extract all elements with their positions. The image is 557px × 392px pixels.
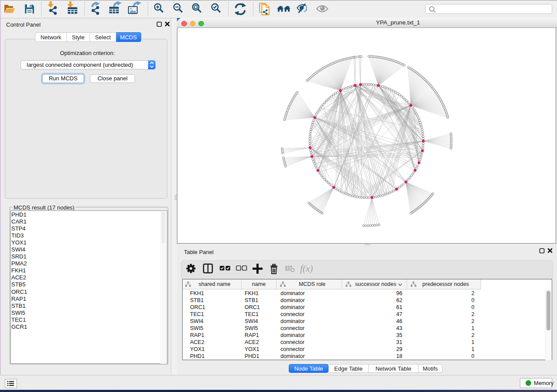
svg-text:f(x): f(x) [300, 263, 313, 274]
